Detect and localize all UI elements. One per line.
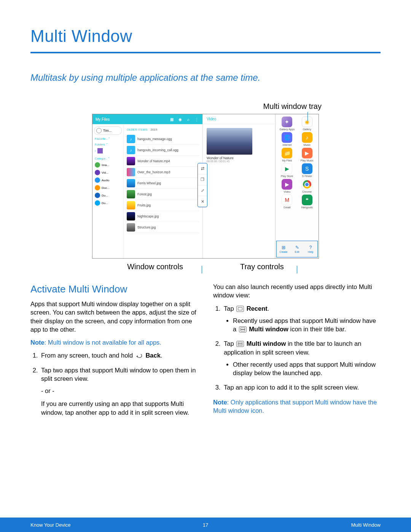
file-row[interactable]: Fruits.jpg [127,200,199,211]
clock-icon [96,128,102,133]
wc-minimize-icon[interactable]: ⤢ [198,185,207,197]
cat-downloads[interactable]: Do... [94,192,122,199]
file-row[interactable]: ♪hangouts_incoming_call.ogg [127,145,199,156]
callout-traycontrols-label: Tray controls [240,262,284,271]
screenshot-figure: My Files ▦ ◉ ⌕ ⋮ Tim... [92,114,319,259]
multiwindow-icon [239,326,247,332]
multiwindow-tray: ✦Galaxy Apps◉Gallery🌐Internet♪Music📁My F… [275,114,319,258]
video-title: Video [207,117,216,121]
file-row[interactable]: Structure.jpg [127,222,199,233]
tray-app-gallery[interactable]: ◉Gallery [297,117,317,131]
tray-app-label: Gallery [303,128,311,131]
file-row[interactable]: Forest.jpg [127,189,199,200]
tray-app-hangouts[interactable]: ❝Hangouts [297,195,317,209]
hangouts-icon: ❝ [302,195,312,205]
wc-swap-icon[interactable]: ⇄ [198,163,207,174]
gmail-icon: M [282,195,292,205]
galaxy-icon: ✦ [282,117,292,127]
r-step-2: Tap Multi window in the title bar to lau… [222,339,381,377]
tray-app-label: Video [284,190,290,193]
sidebar-recent-label: Tim... [103,129,112,133]
tray-app-label: Play Store [281,175,293,177]
right-intro: You can also launch recently used apps d… [213,283,381,300]
tray-app-playmusic[interactable]: ▶Play Music [297,148,317,162]
multiwindow-icon [236,341,244,347]
cat-audio[interactable]: Audio [94,176,122,184]
cat-images[interactable]: Ima... [94,161,122,169]
tray-app-music[interactable]: ♪Music [297,132,317,146]
file-row[interactable]: Ferris Wheel.jpg [127,178,199,189]
cat-doc[interactable]: Doc... [94,184,122,192]
wc-close-icon[interactable]: ✕ [198,196,207,207]
tray-edit-button[interactable]: ✎Edit [290,241,304,257]
cat-downloads2[interactable]: Do... [94,199,122,207]
page-title: Multi Window [30,27,381,52]
section-heading: Activate Multi Window [30,283,198,296]
r-step-3: Tap an app icon to add it to the split s… [222,383,381,391]
file-row[interactable]: ♪hangouts_message.ogg [127,134,199,145]
filelist-year: 2015 [150,128,157,131]
grid-icon[interactable]: ▦ [169,117,174,121]
tray-help-button[interactable]: ?Help [304,241,317,257]
tray-app-label: Play Music [301,159,314,162]
tray-app-playstore[interactable]: ▶Play Store [277,163,297,177]
home-icon[interactable]: ◉ [177,117,183,121]
tray-app-galaxy[interactable]: ✦Galaxy Apps [277,117,297,131]
back-icon [135,352,143,358]
tray-app-label: Gmail [284,206,290,209]
step-2: Tap two apps that support Multi window t… [40,366,198,383]
file-row[interactable]: Nightscape.jpg [127,211,199,222]
or-separator: - or - [30,387,198,395]
chrome-icon [302,179,312,190]
video-thumbnail[interactable] [207,128,252,155]
video-pane: Video Wonder of Nature 00:00:00 / 00:01:… [203,114,275,258]
filelist-header: OLDER ITEMS [127,128,147,131]
tray-app-label: Chrome [302,190,312,193]
tray-controls: ⊞Create ✎Edit ?Help [276,241,318,257]
wc-drag-icon[interactable]: ❐ [198,174,207,185]
page-subtitle: Multitask by using multiple applications… [30,72,381,83]
tray-create-button[interactable]: ⊞Create [277,241,290,257]
intro-paragraph: Apps that support Multi window display t… [30,300,198,334]
window-controls: ⇄ ❐ ⤢ ✕ [198,163,207,207]
tray-app-label: S Finder [302,175,312,177]
file-row[interactable]: Over_the_horizon.mp3 [127,167,199,178]
r-step-1: Tap Recent. Recently used apps that supp… [222,304,381,334]
sidebar-section-favorite[interactable]: Favorite..˅ [95,137,122,141]
title-rule [30,52,381,53]
folder-item[interactable]: › [94,147,122,155]
r-step-2-sub: Other recently used apps that support Mu… [233,360,381,377]
callout-tray-label: Multi window tray [30,102,381,111]
music-icon: ♪ [302,132,312,143]
internet-icon: 🌐 [282,132,292,143]
sidebar-section-folders[interactable]: Folders˄ [95,143,122,146]
tray-app-label: Galaxy Apps [280,128,295,131]
sidebar-recent[interactable]: Tim... [94,126,122,135]
playstore-icon: ▶ [282,163,292,174]
step-1: From any screen, touch and hold Back. [40,351,198,359]
tray-app-label: Hangouts [301,206,313,209]
r-step-1-sub: Recently used apps that support Multi wi… [233,316,381,334]
right-note: Note: Only applications that support Mul… [213,398,381,415]
file-row[interactable]: Wonder of Nature.mp4 [127,156,199,167]
gallery-icon: ◉ [302,117,312,127]
search-icon[interactable]: ⌕ [186,117,191,121]
tray-app-video[interactable]: ▶Video [277,179,297,193]
footer-right: Multi Window [304,522,381,528]
video-icon: ▶ [282,179,292,190]
tray-app-gmail[interactable]: MGmail [277,195,297,209]
tray-app-label: Music [304,144,311,146]
cat-videos[interactable]: Vid... [94,169,122,176]
note-text: Note: Multi window is not available for … [30,338,198,347]
recent-icon [236,306,244,312]
tray-app-sfinder[interactable]: SS Finder [297,163,317,177]
myfiles-icon: 📁 [282,148,292,158]
tray-app-chrome[interactable]: Chrome [297,179,317,193]
tray-app-internet[interactable]: 🌐Internet [277,132,297,146]
more-icon[interactable]: ⋮ [194,117,199,121]
callout-windowcontrols-label: Window controls [127,262,183,271]
tray-app-myfiles[interactable]: 📁My Files [277,148,297,162]
sfinder-icon: S [302,163,312,174]
sidebar-section-categories[interactable]: Categor..˄ [95,157,122,160]
video-name: Wonder of Nature [207,156,271,160]
